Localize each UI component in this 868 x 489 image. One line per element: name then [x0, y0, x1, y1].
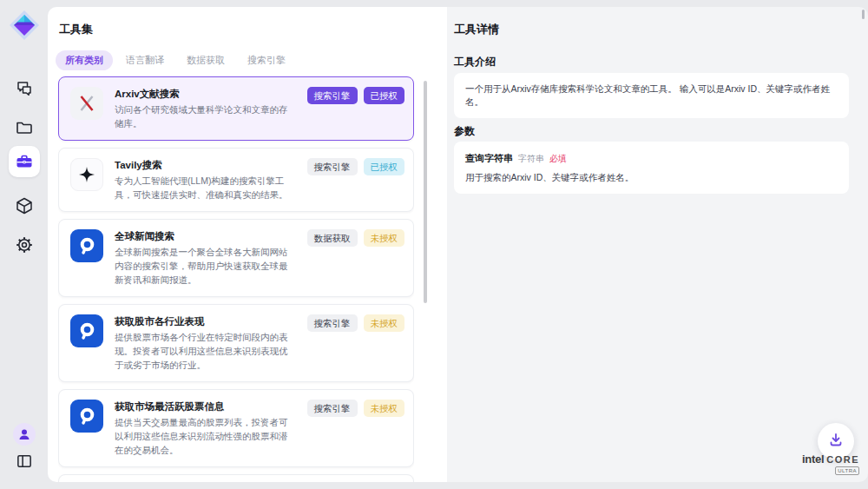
nav-models[interactable]	[0, 190, 48, 221]
panel-toggle-button[interactable]	[0, 453, 48, 473]
category-tabs: 所有类别 语言翻译 数据获取 搜索引擎	[56, 50, 295, 70]
toolset-panel: 工具集 所有类别 语言翻译 数据获取 搜索引擎 Arxiv文献搜索 访问各个研究…	[48, 7, 447, 482]
param-card: 查询字符串 字符串 必填 用于搜索的Arxiv ID、关键字或作者姓名。	[454, 142, 849, 194]
tool-name: 获取股市各行业表现	[115, 314, 296, 328]
arxiv-icon	[70, 87, 103, 120]
tavily-star-icon	[70, 158, 103, 191]
intel-core-logo: intel CORE ULTRA	[802, 453, 859, 475]
tool-card-global-news[interactable]: 全球新闻搜索 全球新闻搜索是一个聚合全球各大新闻网站内容的搜索引擎，帮助用户快速…	[58, 219, 414, 297]
app-logo	[0, 9, 48, 42]
gear-icon	[9, 229, 40, 261]
tab-translation[interactable]: 语言翻译	[116, 50, 174, 70]
detail-title: 工具详情	[454, 22, 499, 37]
folder-icon	[9, 112, 40, 143]
auth-status-badge: 已授权	[364, 158, 405, 175]
intel-wordmark: intel	[802, 453, 824, 466]
tool-description: 全球新闻搜索是一个聚合全球各大新闻网站内容的搜索引擎，帮助用户快速获取全球最新资…	[115, 245, 296, 287]
params-heading: 参数	[454, 124, 475, 139]
juhe-q-icon	[70, 400, 103, 433]
chat-icon	[9, 73, 40, 104]
tab-data-fetch[interactable]: 数据获取	[177, 50, 234, 70]
tool-name: 全球新闻搜索	[115, 229, 296, 243]
user-icon	[13, 423, 36, 446]
app-window: 工具集 所有类别 语言翻译 数据获取 搜索引擎 Arxiv文献搜索 访问各个研究…	[48, 7, 868, 482]
panel-toggle-icon	[16, 453, 33, 473]
tool-name: 获取市场最活跃股票信息	[115, 400, 296, 413]
ultra-badge: ULTRA	[835, 466, 859, 475]
tool-list: Arxiv文献搜索 访问各个研究领域大量科学论文和文章的存储库。 搜索引擎 已授…	[58, 76, 414, 482]
tab-all-categories[interactable]: 所有类别	[56, 50, 113, 70]
user-avatar[interactable]	[0, 423, 48, 446]
left-rail	[0, 0, 48, 489]
core-wordmark: CORE	[826, 454, 859, 465]
category-badge: 搜索引擎	[307, 87, 358, 104]
category-badge: 搜索引擎	[307, 400, 358, 417]
auth-status-badge: 未授权	[364, 314, 405, 332]
tool-description: 专为人工智能代理(LLM)构建的搜索引擎工具，可快速提供实时、准确和真实的结果。	[115, 174, 296, 202]
param-description: 用于搜索的Arxiv ID、关键字或作者姓名。	[465, 171, 838, 183]
tab-search-engine[interactable]: 搜索引擎	[238, 50, 295, 70]
category-badge: 搜索引擎	[307, 314, 358, 332]
nav-files[interactable]	[0, 112, 48, 143]
download-icon	[828, 432, 844, 451]
tool-card-arxiv[interactable]: Arxiv文献搜索 访问各个研究领域大量科学论文和文章的存储库。 搜索引擎 已授…	[58, 76, 414, 141]
tool-card-sector-performance[interactable]: 获取股市各行业表现 提供股票市场各个行业在特定时间段内的表现。投资者可以利用这些…	[58, 304, 414, 382]
juhe-q-icon	[70, 314, 103, 347]
tool-card-regional-news[interactable]: 万维地区新闻查询 查询具体行政区划内的新闻，快速了解各地新闻动 搜索引擎 未授权	[58, 474, 414, 482]
tool-card-tavily[interactable]: Tavily搜索 专为人工智能代理(LLM)构建的搜索引擎工具，可快速提供实时、…	[58, 148, 414, 212]
tool-description: 提供股票市场各个行业在特定时间段内的表现。投资者可以利用这些信息来识别表现优于或…	[115, 330, 296, 372]
tool-description: 提供当天交易量最高的股票列表，投资者可以利用这些信息来识别流动性强的股票和潜在的…	[115, 415, 296, 457]
nav-chat[interactable]	[0, 73, 48, 104]
list-scrollbar[interactable]	[424, 81, 427, 303]
toolset-title: 工具集	[59, 22, 93, 37]
toolbox-icon	[9, 146, 40, 177]
category-badge: 数据获取	[307, 229, 358, 247]
intro-heading: 工具介绍	[454, 55, 496, 69]
tool-card-active-stocks[interactable]: 获取市场最活跃股票信息 提供当天交易量最高的股票列表，投资者可以利用这些信息来识…	[58, 389, 414, 467]
tool-name: Arxiv文献搜索	[115, 87, 296, 101]
diamond-logo-icon	[8, 9, 41, 42]
auth-status-badge: 未授权	[364, 400, 405, 417]
auth-status-badge: 未授权	[364, 229, 405, 247]
intro-text-box: 一个用于从Arxiv存储库搜索科学论文和文章的工具。 输入可以是Arxiv ID…	[454, 73, 849, 118]
juhe-q-icon	[70, 229, 103, 262]
tool-description: 访问各个研究领域大量科学论文和文章的存储库。	[115, 102, 296, 130]
nav-settings[interactable]	[0, 229, 48, 261]
detail-scrollbar[interactable]	[862, 10, 865, 19]
param-required-flag: 必填	[549, 153, 567, 165]
category-badge: 搜索引擎	[307, 158, 358, 175]
param-name: 查询字符串	[465, 152, 513, 165]
cube-icon	[9, 190, 40, 221]
param-type: 字符串	[518, 153, 544, 165]
auth-status-badge: 已授权	[364, 87, 405, 104]
tool-detail-panel: 工具详情 工具介绍 一个用于从Arxiv存储库搜索科学论文和文章的工具。 输入可…	[447, 7, 868, 482]
nav-toolbox[interactable]	[0, 146, 48, 177]
tool-name: Tavily搜索	[115, 158, 296, 172]
